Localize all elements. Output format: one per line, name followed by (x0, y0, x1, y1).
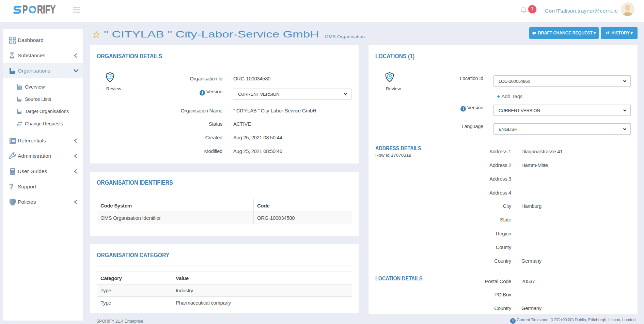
svg-text:P: P (22, 4, 28, 15)
svg-text:RIFY: RIFY (37, 4, 56, 15)
